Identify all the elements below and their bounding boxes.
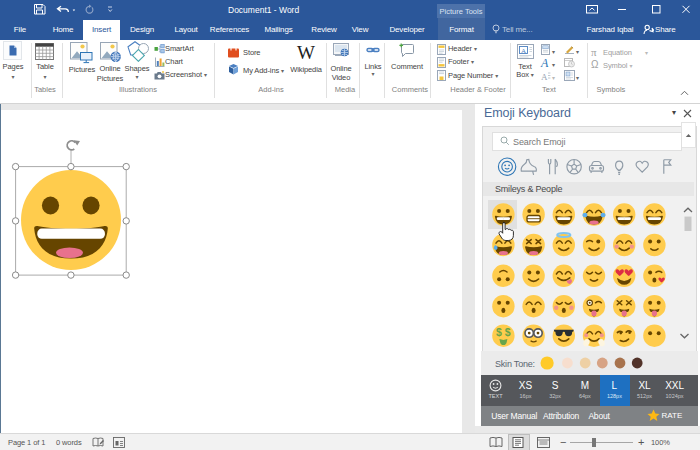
svg-text:$: $ (496, 326, 502, 338)
svg-text:A: A (521, 47, 526, 55)
svg-text:$: $ (505, 326, 511, 338)
svg-text:A: A (541, 72, 548, 82)
